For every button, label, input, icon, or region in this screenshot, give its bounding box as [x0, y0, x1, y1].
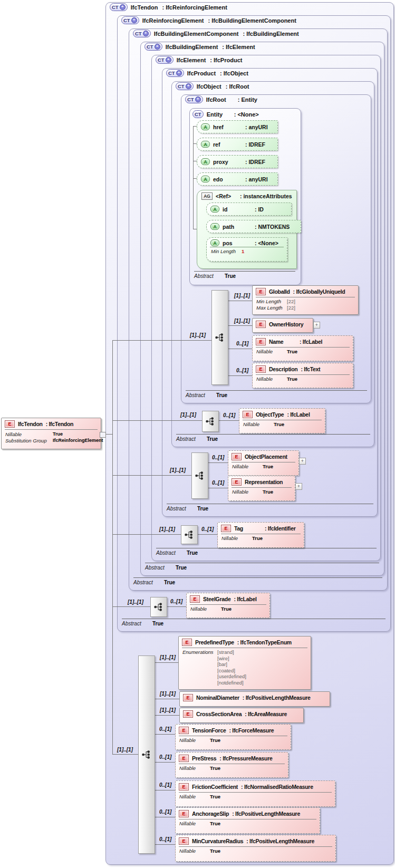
facet-row: NillableTrue [243, 421, 322, 428]
header-type: : IfcElement [222, 44, 255, 50]
complextype-header-ifcproduct[interactable]: CT+ IfcProduct: IfcObject [166, 69, 248, 77]
cardinality-label: [1]..[1] [190, 332, 206, 338]
attribute-href[interactable]: A href: anyURI [197, 120, 278, 133]
attribute-path[interactable]: A path: NMTOKENS [206, 220, 301, 233]
element-frictioncoefficient[interactable]: E FrictionCoefficient: IfcNormalisedRati… [175, 780, 335, 807]
element-tensionforce[interactable]: E TensionForce: IfcForceMeasure Nillable… [175, 724, 291, 750]
complextype-header-ifcelement[interactable]: CT+ IfcElement: IfcProduct [156, 56, 242, 64]
element-anchorageslip[interactable]: E AnchorageSlip: IfcPositiveLengthMeasur… [175, 807, 320, 834]
element-mincurvatureradius[interactable]: E MinCurvatureRadius: IfcPositiveLengthM… [175, 835, 336, 862]
attribute-pos[interactable]: A pos: <None> Min Length 1 [206, 237, 287, 262]
complextype-icon[interactable]: CT+ [121, 16, 139, 24]
header-type: : IfcBuildingElement [243, 31, 298, 37]
cardinality-label: [1]..[1] [128, 599, 143, 605]
complextype-icon[interactable]: CT+ [185, 95, 203, 103]
element-tag[interactable]: E Tag: IfcIdentifier NillableTrue [217, 522, 304, 548]
element-crosssectionarea[interactable]: E CrossSectionArea: IfcAreaMeasure [179, 708, 304, 723]
attribute-edo[interactable]: A edo: anyURI [197, 172, 278, 186]
collapse-connector-icon[interactable] [100, 432, 106, 438]
header-type: : <None> [234, 111, 259, 118]
complextype-icon[interactable]: CT+ [144, 43, 162, 51]
attribute-ref[interactable]: A ref: IDREF [197, 138, 278, 151]
attribute-icon: A [201, 176, 210, 182]
cardinality-label: [1]..[1] [234, 293, 250, 298]
attribute-icon: A [201, 158, 210, 165]
expand-plus-icon[interactable]: + [195, 97, 201, 102]
sequence-compositor-ifctendon[interactable] [138, 655, 155, 854]
connector-line [112, 420, 202, 421]
attribute-group-header: AG <Ref>: instanceAttributes [197, 190, 296, 201]
complextype-header-entity[interactable]: CT Entity: <None> [192, 110, 259, 118]
complextype-icon[interactable]: CT+ [133, 30, 151, 37]
complextype-header-ifcroot[interactable]: CT+ IfcRoot: Entity [185, 95, 257, 103]
element-icon: E [256, 321, 266, 328]
expand-icon[interactable]: + [313, 322, 320, 329]
expand-icon[interactable]: + [295, 483, 302, 490]
expand-plus-icon[interactable]: + [143, 31, 149, 36]
attribute-proxy[interactable]: A proxy: IDREF [197, 155, 278, 168]
facet-row: NillableTrue [232, 489, 292, 495]
element-icon: E [256, 365, 266, 373]
complextype-header-ifcbuildingelement[interactable]: CT+ IfcBuildingElement: IfcElement [144, 43, 255, 51]
element-ifctendon[interactable]: E IfcTendon: IfcTendon NillableTrue Subs… [1, 418, 101, 449]
cardinality-label: 0..[1] [223, 412, 235, 418]
expand-plus-icon[interactable]: + [131, 17, 137, 23]
expand-plus-icon[interactable]: + [186, 83, 191, 89]
complextype-header-ifctendon[interactable]: CT+ IfcTendon: IfcReinforcingElement [110, 3, 227, 11]
element-objectplacement[interactable]: E ObjectPlacement NillableTrue [228, 450, 299, 476]
element-representation[interactable]: E Representation NillableTrue [228, 476, 295, 501]
element-predefinedtype[interactable]: E PredefinedType: IfcTendonTypeEnum Enum… [178, 636, 311, 690]
element-icon: E [232, 478, 242, 486]
facet-row: NillableTrue [256, 376, 350, 382]
sequence-compositor-ifcobject[interactable] [202, 411, 219, 432]
attribute-icon: A [201, 123, 210, 130]
connector-line [112, 340, 211, 341]
attribute-id[interactable]: A id: ID [206, 202, 292, 216]
complextype-icon[interactable]: CT+ [166, 69, 184, 77]
element-objecttype[interactable]: E ObjectType: IfcLabel NillableTrue [239, 408, 325, 433]
expand-plus-icon[interactable]: + [166, 57, 171, 63]
complextype-header-ifcreinforcingelement[interactable]: CT+ IfcReinforcingElement: IfcBuildingEl… [121, 16, 296, 24]
complextype-icon[interactable]: CT+ [176, 82, 194, 90]
sequence-compositor-ifcproduct[interactable] [191, 452, 208, 499]
cardinality-label: [1]..[1] [159, 526, 175, 532]
enumeration-facet: Enumerations [strand] [wire] [bar] [coat… [182, 649, 307, 686]
sequence-compositor-ifcroot[interactable] [211, 290, 228, 385]
connector-line [166, 606, 186, 607]
sequence-compositor-ifcreinforcingelement[interactable] [150, 597, 167, 617]
cardinality-label: [1]..[1] [117, 747, 133, 753]
sequence-compositor-ifcelement[interactable] [181, 525, 198, 544]
connector-line [227, 325, 252, 326]
connector-line [227, 349, 252, 349]
complextype-header-ifcobject[interactable]: CT+ IfcObject: IfcRoot [176, 82, 249, 90]
cardinality-label: 0..[1] [212, 480, 224, 486]
element-name[interactable]: E Name: IfcLabel NillableTrue [252, 335, 353, 361]
complextype-icon[interactable]: CT [192, 110, 204, 118]
element-steelgrade[interactable]: E SteelGrade: IfcLabel NillableTrue [186, 593, 270, 618]
element-nominaldiameter[interactable]: E NominalDiameter: IfcPositiveLengthMeas… [179, 691, 330, 707]
element-ownerhistory[interactable]: E OwnerHistory [252, 318, 313, 333]
header-type: : IfcProduct [210, 57, 242, 63]
element-prestress[interactable]: E PreStress: IfcPressureMeasure Nillable… [175, 752, 288, 778]
facet-row: Substitution GroupIfcReinforcingElement [5, 438, 98, 444]
facet-row: NillableTrue [221, 535, 301, 542]
expand-plus-icon[interactable]: + [155, 44, 160, 50]
facet-row: NillableTrue [179, 737, 287, 744]
complextype-header-ifcbuildingelementcomponent[interactable]: CT+ IfcBuildingElementComponent: IfcBuil… [133, 30, 299, 37]
expand-plus-icon[interactable]: + [176, 70, 182, 76]
element-description[interactable]: E Description: IfcText NillableTrue [252, 363, 353, 388]
header-type: : IfcObject [220, 70, 248, 76]
expand-plus-icon[interactable]: + [120, 4, 126, 10]
facet-row: Min Length[22] [256, 298, 355, 305]
element-icon: E [190, 595, 200, 603]
cardinality-label: 0..[1] [159, 809, 171, 815]
complextype-icon[interactable]: CT+ [156, 56, 174, 64]
facet-row: NillableTrue [179, 765, 285, 771]
expand-icon[interactable]: + [299, 458, 306, 465]
complextype-icon[interactable]: CT+ [110, 3, 128, 11]
element-icon: E [232, 453, 242, 460]
xsd-schema-diagram: CT+ IfcTendon: IfcReinforcingElement CT+… [0, 0, 395, 868]
element-globalid[interactable]: E GlobalId: IfcGloballyUniqueId Min Leng… [252, 285, 359, 315]
cardinality-label: [1]..[1] [160, 654, 176, 660]
element-icon: E [221, 525, 231, 532]
